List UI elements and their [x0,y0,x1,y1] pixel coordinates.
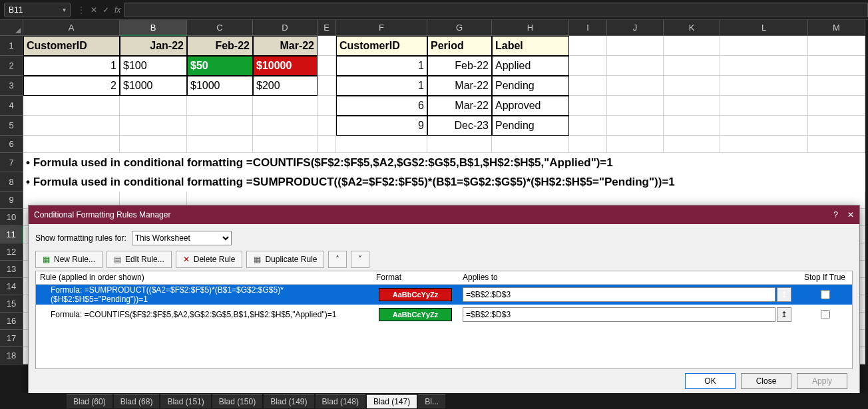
cell[interactable] [808,56,865,76]
row-header[interactable]: 13 [0,261,23,278]
cell-H4[interactable]: Approved [492,96,569,116]
cell[interactable] [318,136,336,153]
row-header[interactable]: 14 [0,278,23,295]
sheet-tab[interactable]: Blad (151) [160,394,210,408]
cell-A7[interactable]: • Formula used in conditional formatting… [23,153,865,172]
sheet-tab[interactable]: Blad (68) [114,394,160,408]
cell[interactable] [607,136,664,153]
cell-A8[interactable]: • Formula used in conditional formatting… [23,172,865,192]
cell[interactable] [664,116,720,136]
col-header-C[interactable]: C [187,20,253,36]
cell[interactable] [808,36,865,56]
show-rules-select[interactable]: This Worksheet [132,231,232,245]
row-header[interactable]: 5 [0,116,23,136]
applies-to-input[interactable] [463,287,775,302]
cell[interactable] [808,136,865,153]
sheet-tab[interactable]: Blad (150) [212,394,262,408]
cell[interactable] [187,116,253,136]
cell[interactable] [336,136,427,153]
cell[interactable] [253,136,318,153]
dialog-titlebar[interactable]: Conditional Formatting Rules Manager ? ✕ [29,205,859,224]
cell[interactable] [569,136,607,153]
cell-G4[interactable]: Mar-22 [427,96,492,116]
cell[interactable] [720,36,808,56]
row-header[interactable]: 15 [0,295,23,313]
cell[interactable] [120,96,187,116]
cell[interactable] [120,136,187,153]
cell[interactable] [23,136,120,153]
row-header[interactable]: 11 [0,226,23,243]
cell[interactable] [253,96,318,116]
cell[interactable] [318,96,336,116]
cell[interactable] [808,116,865,136]
cell-D3[interactable]: $200 [253,76,318,96]
col-header-H[interactable]: H [492,20,569,36]
cell[interactable] [607,96,664,116]
col-header-D[interactable]: D [253,20,318,36]
cell-A3[interactable]: 2 [23,76,120,96]
applies-to-input[interactable] [463,307,775,322]
col-header-G[interactable]: G [427,20,492,36]
cell[interactable] [664,76,720,96]
cell[interactable] [720,96,808,116]
duplicate-rule-button[interactable]: ▦ Duplicate Rule [246,251,324,268]
formula-input[interactable] [124,3,868,17]
cell[interactable] [720,136,808,153]
rule-row[interactable]: Formula: =COUNTIFS($F$2:$F$5,$A2,$G$2:$G… [36,305,852,325]
new-rule-button[interactable]: ▦ New Rule... [35,251,103,268]
cell-C2[interactable]: $50 [187,56,253,76]
row-header[interactable]: 10 [0,209,23,226]
sheet-tab[interactable]: Blad (149) [264,394,314,408]
cell-G1[interactable]: Period [427,36,492,56]
move-down-button[interactable]: ˅ [351,251,369,268]
sheet-tab[interactable]: Blad (60) [67,394,112,408]
row-header[interactable]: 7 [0,153,23,172]
row-header[interactable]: 3 [0,76,23,96]
cell[interactable] [664,136,720,153]
cell[interactable] [23,96,120,116]
cell[interactable] [569,36,607,56]
cell[interactable] [664,96,720,116]
cell[interactable] [720,116,808,136]
cell-G3[interactable]: Mar-22 [427,76,492,96]
cell[interactable] [607,116,664,136]
cell-F4[interactable]: 6 [336,96,427,116]
close-button[interactable]: Close [741,373,791,389]
col-header-A[interactable]: A [23,20,120,36]
cell-D2[interactable]: $10000 [253,56,318,76]
cell-B2[interactable]: $100 [120,56,187,76]
cell-H5[interactable]: Pending [492,116,569,136]
name-box[interactable]: B11 ▾ [4,3,71,17]
cell[interactable] [569,56,607,76]
cell-A2[interactable]: 1 [23,56,120,76]
cell[interactable] [720,76,808,96]
cell-B3[interactable]: $1000 [120,76,187,96]
cell[interactable] [318,76,336,96]
cancel-icon[interactable]: ✕ [91,5,97,15]
sheet-tab-active[interactable]: Blad (147) [367,394,417,408]
cell-C1[interactable]: Feb-22 [187,36,253,56]
col-header-F[interactable]: F [336,20,427,36]
col-header-E[interactable]: E [318,20,336,36]
stop-if-true-checkbox[interactable] [821,310,830,319]
cell-E1[interactable] [318,36,336,56]
cell-H2[interactable]: Applied [492,56,569,76]
cell[interactable] [318,116,336,136]
range-picker-icon[interactable]: ↥ [777,307,791,322]
col-header-M[interactable]: M [808,20,865,36]
chevron-down-icon[interactable]: ▾ [63,6,66,13]
sheet-tab[interactable]: Bl... [418,394,445,408]
cell-A1[interactable]: CustomerID [23,36,120,56]
range-picker-icon[interactable]: ↥ [777,287,791,302]
row-header[interactable]: 12 [0,243,23,261]
cell-D1[interactable]: Mar-22 [253,36,318,56]
rule-row[interactable]: Formula: =SUMPRODUCT(($A2=$F$2:$F$5)*(B$… [36,285,852,305]
move-up-button[interactable]: ˄ [328,251,347,268]
row-header[interactable]: 2 [0,56,23,76]
cell[interactable] [492,136,569,153]
cell[interactable] [569,116,607,136]
cell[interactable] [318,56,336,76]
cell[interactable] [187,96,253,116]
row-header[interactable]: 16 [0,313,23,330]
cell-F3[interactable]: 1 [336,76,427,96]
